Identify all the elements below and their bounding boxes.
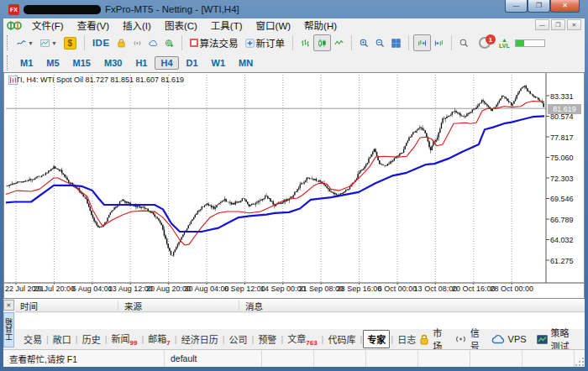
toolbox-column-header[interactable]: 来源 (124, 300, 142, 312)
bar-chart-mode-button[interactable] (297, 34, 313, 52)
toolbox-tab-3[interactable]: 历史 (79, 331, 104, 347)
status-profile[interactable]: default (165, 350, 262, 367)
menu-item-工[interactable]: 工具(T) (204, 18, 249, 32)
title-bar[interactable]: FX FxPro-MT5 - Netting - [WTI,H4] — ❐ ✕ (3, 0, 585, 18)
toolbox-tab-10[interactable]: 代码库 (324, 331, 359, 347)
cloud-button[interactable] (145, 34, 161, 52)
candlestick-mode-button[interactable] (313, 34, 331, 51)
auto-scroll-icon (417, 39, 427, 48)
column-separator (118, 300, 118, 311)
crosshair-line-icon (17, 39, 26, 48)
auto-scroll-button[interactable] (413, 34, 431, 51)
chart-object-button[interactable]: ▼ (13, 34, 37, 52)
child-close-button[interactable]: ✕ (567, 19, 581, 30)
algo-trading-button[interactable]: 算法交易 (186, 34, 242, 52)
line-chart-mode-button[interactable] (331, 34, 347, 52)
signal-icon (133, 39, 142, 48)
menu-item-文[interactable]: 文件(F) (25, 18, 71, 32)
dollar-icon: $ (64, 37, 76, 50)
chart-window[interactable]: WTI, H4: WTI Spot Oil 81.727 81.851 81.6… (3, 72, 585, 299)
close-button[interactable]: ✕ (550, 0, 580, 13)
timeframe-m15[interactable]: M15 (67, 56, 97, 70)
toolbar-grip[interactable] (7, 35, 11, 50)
level-button[interactable]: ▲LVL (496, 34, 549, 52)
toolbox-tab-5[interactable]: 邮箱7 (144, 330, 173, 348)
price-tick-label: 66.789 (550, 216, 584, 224)
toolbox-close-button[interactable]: ✕ (3, 300, 14, 311)
price-tick-label: 64.032 (550, 236, 584, 244)
menu-item-插[interactable]: 插入(I) (116, 18, 158, 32)
child-restore-button[interactable]: ❐ (551, 19, 565, 30)
current-price-badge: 81.619 (548, 104, 581, 114)
minimize-button[interactable]: — (505, 0, 528, 13)
chevron-down-icon: ▼ (28, 40, 34, 46)
indicators-button[interactable]: ▼ (37, 34, 60, 52)
zoom-in-button[interactable] (356, 34, 372, 52)
tab-separator: | (360, 334, 362, 344)
toolbox-tab-11[interactable]: 专家 (363, 330, 390, 348)
tab-badge: 763 (306, 339, 317, 347)
timeframe-h4[interactable]: H4 (155, 56, 178, 70)
search-button[interactable] (456, 34, 472, 52)
timeframe-m1[interactable]: M1 (14, 56, 39, 70)
toolbox-tab-8[interactable]: 预警 (255, 331, 280, 347)
toolbox-tab-4[interactable]: 新闻99 (108, 330, 141, 348)
new-order-button[interactable]: 新订单 (242, 34, 289, 52)
toolbar: ▼ ▼ $ IDE (3, 32, 585, 54)
chart-shift-button[interactable] (431, 34, 447, 52)
cloud-icon (149, 39, 158, 48)
community-button[interactable] (161, 34, 177, 52)
chevron-down-icon: ▼ (51, 40, 57, 46)
notifications-button[interactable]: 1 (475, 34, 494, 52)
chart-plot[interactable] (4, 73, 584, 285)
symbol-ohlc-text: WTI, H4: WTI Spot Oil 81.727 81.851 81.6… (8, 76, 184, 84)
resize-grip[interactable] (575, 357, 585, 367)
timeframe-m5[interactable]: M5 (40, 56, 65, 70)
signals-button[interactable] (129, 34, 145, 52)
maximize-button[interactable]: ❐ (528, 0, 550, 13)
status-cell-empty (366, 350, 418, 367)
ide-button[interactable]: IDE (89, 34, 113, 52)
currency-button[interactable]: $ (60, 34, 80, 52)
tile-windows-icon (391, 39, 401, 48)
cloud-icon (491, 334, 505, 344)
menu-item-窗[interactable]: 窗口(W) (249, 18, 298, 32)
menu-item-帮[interactable]: 帮助(H) (297, 18, 344, 32)
toolbox-link-cloud[interactable]: VPS (491, 334, 527, 344)
timeframe-d1[interactable]: D1 (181, 56, 204, 70)
toolbox-column-header[interactable]: 时间 (20, 300, 38, 312)
timeframe-mn[interactable]: MN (233, 56, 259, 70)
toolbox-column-header[interactable]: 消息 (245, 300, 263, 312)
tile-windows-button[interactable] (388, 34, 404, 52)
column-separator (239, 300, 239, 311)
timeframe-h1[interactable]: H1 (129, 56, 153, 70)
candlestick-icon (318, 39, 327, 48)
zoom-out-button[interactable] (372, 34, 388, 52)
timeframe-grip[interactable] (7, 55, 11, 71)
time-tick-label: 28 Sep 16:00 (337, 285, 382, 293)
toolbox-tab-12[interactable]: 日志 (394, 331, 419, 347)
price-tick-label: 83.331 (550, 92, 584, 101)
time-tick-label: 6 Aug 04:00 (72, 285, 113, 293)
toolbox-tab-2[interactable]: 敞口 (50, 331, 75, 347)
level-progress-bar (515, 39, 545, 47)
menu-item-图[interactable]: 图表(C) (158, 18, 204, 32)
status-cell-empty (522, 350, 575, 367)
child-minimize-button[interactable]: — (535, 19, 549, 30)
toolbox-tab-6[interactable]: 经济日历 (178, 331, 222, 347)
price-tick-label: 72.303 (550, 175, 584, 183)
indicator-icon (40, 39, 50, 48)
zoom-out-icon (375, 39, 385, 48)
algo-trading-icon (190, 39, 198, 47)
toolbox-vertical-tab[interactable]: 工具箱 (3, 312, 14, 347)
menu-item-查[interactable]: 查看(V) (71, 18, 116, 32)
toolbox-tab-7[interactable]: 公司 (226, 331, 251, 347)
timeframe-m30[interactable]: M30 (98, 56, 128, 70)
toolbox-tab-1[interactable]: 交易 (20, 331, 45, 347)
market-button[interactable] (113, 34, 129, 52)
timeframe-w1[interactable]: W1 (206, 56, 232, 70)
redacted-account-name (24, 5, 101, 14)
search-icon (459, 39, 469, 48)
time-tick-label: 29 Jul 20:00 (34, 285, 75, 293)
toolbox-tab-9[interactable]: 文章763 (284, 330, 320, 348)
